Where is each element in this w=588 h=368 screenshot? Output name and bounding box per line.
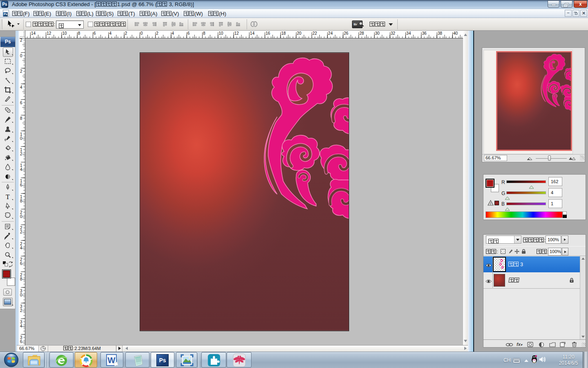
svg-text:T: T [6, 193, 10, 200]
svg-text:!: ! [490, 202, 491, 206]
